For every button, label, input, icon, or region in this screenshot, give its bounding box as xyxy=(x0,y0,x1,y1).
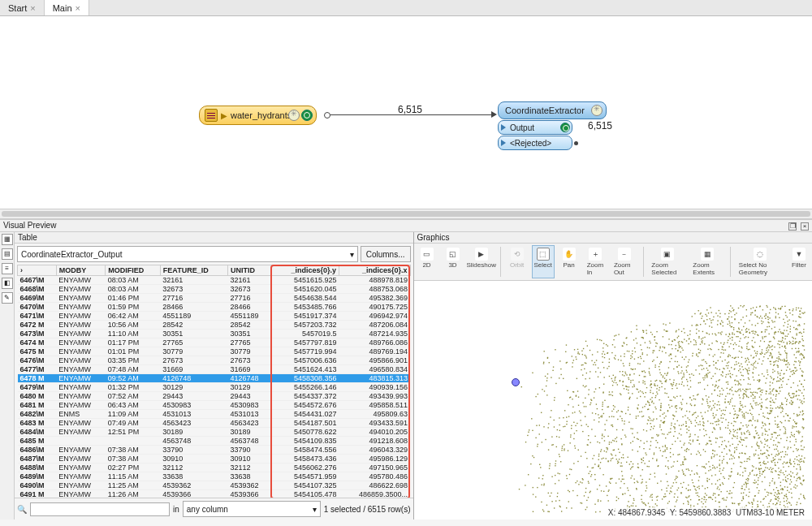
svg-rect-858 xyxy=(597,351,598,352)
horizontal-scrollbar[interactable] xyxy=(0,209,812,218)
table-row[interactable]: 6468\MENYAMW08:03 AM32673326735451620.04… xyxy=(18,285,411,294)
tool-zoom-in[interactable]: ＋Zoom In xyxy=(584,245,607,278)
svg-rect-2843 xyxy=(784,476,785,477)
svg-rect-2314 xyxy=(683,373,684,373)
tool-zoom-out[interactable]: －Zoom Out xyxy=(611,245,638,278)
svg-rect-1653 xyxy=(618,478,619,479)
col-header[interactable]: _indices{0}.y xyxy=(272,265,339,276)
close-icon[interactable]: × xyxy=(801,222,809,231)
table-row[interactable]: 6478 MENYAMW09:52 AM41267484126748545830… xyxy=(18,374,411,383)
svg-rect-1335 xyxy=(559,456,559,457)
tool-select-no-geom[interactable]: ◌Select No Geometry xyxy=(736,245,784,278)
svg-rect-2924 xyxy=(690,423,691,424)
table-cell: 6488\M xyxy=(18,463,57,472)
tool-slideshow[interactable]: ▶Slideshow xyxy=(468,245,495,278)
tool-select[interactable]: ⬚Select xyxy=(532,245,555,278)
sidebar-icon-1[interactable]: ▦ xyxy=(2,234,13,245)
table-row[interactable]: 6490\MENYAMW11:25 AM45393624539362545410… xyxy=(18,481,411,490)
col-header[interactable]: UNITID xyxy=(227,265,271,276)
table-row[interactable]: 6471\MENYAMW06:42 AM45511894551189545191… xyxy=(18,312,411,321)
svg-rect-1946 xyxy=(793,420,793,420)
svg-rect-1284 xyxy=(789,369,790,369)
svg-rect-1677 xyxy=(768,326,769,327)
table-row[interactable]: 6477\MENYAMW07:48 AM31669316695451624.41… xyxy=(18,365,411,374)
table-row[interactable]: 6483 MENYAMW07:49 AM45634234563423545418… xyxy=(18,419,411,428)
tool-3d[interactable]: ◱3D xyxy=(442,245,464,278)
svg-rect-2452 xyxy=(783,462,784,463)
table-row[interactable]: 6484\MENYAMW12:51 PM30189301895450778.62… xyxy=(18,428,411,437)
table-row[interactable]: 6488\MENYAMW02:27 PM32112321125456062.27… xyxy=(18,463,411,472)
col-header[interactable]: _indices{0}.x xyxy=(339,265,410,276)
tool-pan[interactable]: ✋Pan xyxy=(558,245,581,278)
table-row[interactable]: 6469\MENYAMW01:46 PM27716277165454638.54… xyxy=(18,294,411,303)
tab-main[interactable]: Main × xyxy=(45,0,89,15)
table-row[interactable]: 6487\MENYAMW07:38 AM30910309105458473.43… xyxy=(18,455,411,463)
table-row[interactable]: 6467\MENYAMW08:03 AM32161321615451615.92… xyxy=(18,276,411,285)
col-header[interactable]: MODIFIED xyxy=(106,265,160,276)
table-row[interactable]: 6476\MENYAMW03:35 PM27673276735457006.63… xyxy=(18,356,411,365)
svg-rect-393 xyxy=(672,485,672,486)
svg-rect-1973 xyxy=(729,429,730,430)
table-row[interactable]: 6473\MENYAMW11:10 AM30351303515457019.54… xyxy=(18,330,411,338)
svg-rect-1928 xyxy=(796,431,797,432)
svg-rect-1020 xyxy=(731,458,732,459)
svg-rect-709 xyxy=(681,377,682,377)
tool-orbit[interactable]: ⟲Orbit xyxy=(506,245,529,278)
svg-rect-1442 xyxy=(741,462,741,463)
col-header[interactable]: MODBY xyxy=(56,265,106,276)
svg-rect-1313 xyxy=(765,393,766,394)
svg-rect-2002 xyxy=(794,485,795,485)
inspect-icon[interactable] xyxy=(560,123,570,132)
table-row[interactable]: 6470\MENYAMW01:59 PM28466284665453485.76… xyxy=(18,303,411,312)
table-cell: 4531013 xyxy=(160,410,227,419)
search-input[interactable] xyxy=(30,502,170,516)
map-view[interactable]: X: 484867.9345 Y: 5459860.3883 UTM83-10 … xyxy=(414,281,813,520)
reader-node[interactable]: ▶ water_hydrants xyxy=(199,106,317,125)
tool-zoom-extents[interactable]: ▦Zoom Extents xyxy=(689,245,725,278)
columns-button[interactable]: Columns... xyxy=(361,246,411,262)
tab-start[interactable]: Start × xyxy=(0,0,45,15)
table-row[interactable]: 6472 MENYAMW10:56 AM28542285425457203.73… xyxy=(18,321,411,330)
svg-rect-1045 xyxy=(723,499,723,500)
close-icon[interactable]: × xyxy=(30,3,35,13)
svg-rect-1784 xyxy=(664,466,665,467)
search-column-select[interactable]: any column ▾ xyxy=(183,501,321,517)
svg-rect-1791 xyxy=(577,423,577,424)
feature-type-select[interactable]: CoordinateExtractor_Output ▾ xyxy=(17,246,358,262)
tool-zoom-selected[interactable]: ▣Zoom Selected xyxy=(648,245,686,278)
svg-rect-1032 xyxy=(742,475,743,476)
workflow-canvas[interactable]: ▶ water_hydrants 6,515 CoordinateExtract… xyxy=(0,16,812,219)
svg-rect-1692 xyxy=(784,359,784,360)
table-row[interactable]: 6481 MENYAMW06:43 AM45309834530983545457… xyxy=(18,401,411,410)
svg-rect-1493 xyxy=(753,347,754,347)
gear-icon[interactable] xyxy=(591,105,603,116)
table-row[interactable]: 6474 MENYAMW01:17 PM27765277655457797.81… xyxy=(18,338,411,347)
sidebar-icon-5[interactable]: ✎ xyxy=(2,292,13,304)
svg-rect-199 xyxy=(528,429,529,430)
tool-filter[interactable]: ▼Filter xyxy=(788,245,810,278)
table-row[interactable]: 6482\MENMS11:09 AM453101345310135454431.… xyxy=(18,410,411,419)
table-row[interactable]: 6491 MENYAMW11:26 AM45393664539366545410… xyxy=(18,490,411,498)
tool-2d[interactable]: ▭2D xyxy=(416,245,438,278)
col-header[interactable]: › xyxy=(18,265,57,276)
table-row[interactable]: 6486\MENYAMW07:38 AM33790337905458474.55… xyxy=(18,446,411,455)
table-cell: ENYAMW xyxy=(56,338,106,347)
sidebar-icon-2[interactable]: ▤ xyxy=(2,248,13,260)
table-row[interactable]: 6485 M456374845637485454109.835491218.60… xyxy=(18,437,411,446)
port-output[interactable]: Output xyxy=(498,120,572,135)
col-header[interactable]: FEATURE_ID xyxy=(160,265,227,276)
table-row[interactable]: 6479\MENYAMW01:32 PM30129301295455266.14… xyxy=(18,383,411,392)
table-row[interactable]: 6475 MENYAMW01:01 PM30779307795457719.99… xyxy=(18,347,411,356)
svg-rect-1223 xyxy=(636,389,637,390)
svg-rect-1042 xyxy=(729,451,730,451)
gear-icon[interactable] xyxy=(288,110,300,121)
sidebar-icon-4[interactable]: ◧ xyxy=(2,278,13,289)
table-row[interactable]: 6480 MENYAMW07:52 AM29443294435454337.37… xyxy=(18,392,411,401)
inspect-icon[interactable] xyxy=(301,110,313,121)
sidebar-icon-3[interactable]: ≡ xyxy=(2,263,13,274)
table-row[interactable]: 6489\MENYAMW11:15 AM33638336385454571.95… xyxy=(18,472,411,481)
port-rejected[interactable]: <Rejected> xyxy=(498,136,572,150)
restore-icon[interactable]: ❐ xyxy=(788,222,797,231)
svg-rect-2841 xyxy=(795,329,796,330)
close-icon[interactable]: × xyxy=(76,3,80,13)
